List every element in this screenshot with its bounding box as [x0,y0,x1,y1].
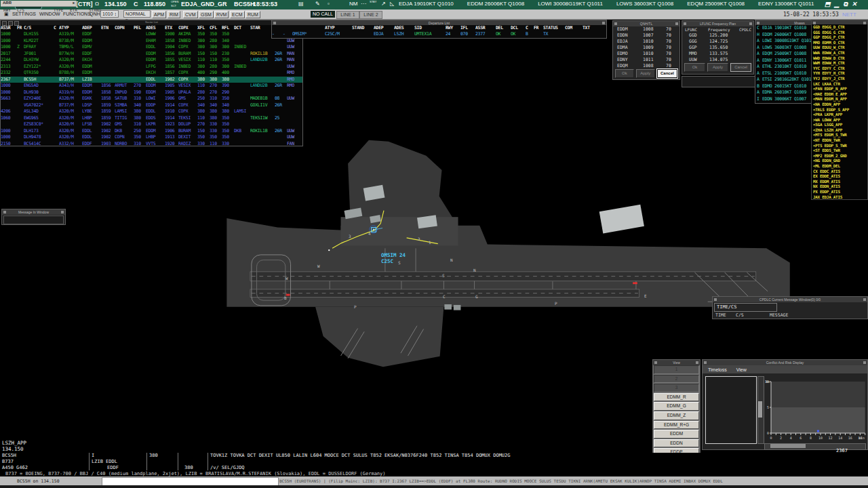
qnh-row[interactable]: EDNY101170 [613,57,679,63]
strip-row[interactable]: 1000DLH9478A320/MEDDL1902COPN350LHBP1913… [1,134,302,141]
view-button-edmm_r[interactable]: EDMM_R [654,393,699,402]
close-icon[interactable]: x [73,1,75,5]
lfunc-row[interactable]: GGP135.650 [682,45,753,51]
strip-row[interactable]: 1000KLM22TB738/MEDDMEHAM1858INBED3002803… [1,38,302,45]
apply-button[interactable]: Apply [636,69,655,78]
station-row[interactable]: <HAE EDDH_E_APP [812,92,867,97]
view-button-edmm_g[interactable]: EDMM_G [654,402,699,411]
station-row[interactable]: WWD EDWW_D_CTR [812,56,867,61]
station-row[interactable]: YYJ EDYY_J_CTR [812,76,867,81]
no-call-button[interactable]: NO CALL [311,11,335,18]
qnh-titlebar[interactable]: QNH/TL [613,21,679,26]
station-row[interactable]: <MP2 EDDM_2_GND [812,153,867,159]
title-bar[interactable]: ▦ VATSIM EDMM_Z_CTR [CTR] Ω 134.150 C 11… [0,0,868,10]
view-button-edmm_z[interactable]: EDMM_Z [654,411,699,420]
departure-row[interactable]: --OMSIM*C25C/MEDJALSZHUMTEX1A240702377OK… [272,31,606,37]
toggle-apm[interactable]: APM [152,11,166,18]
station-row[interactable]: <NT EDDN_TWR [812,138,867,143]
station-row[interactable]: <SGA LSGG_APP [812,122,867,127]
headset-icon[interactable]: Ω [95,1,99,7]
station-row[interactable]: <NA EDDN_APP [812,102,867,107]
station-row[interactable]: <PTS EDDP_S_TWR [812,143,867,148]
strip-row[interactable]: 1000DLH930A319/HEDDM1858INPUD190EDDM1905… [1,89,302,96]
qnh-row[interactable]: EDDN100770 [613,33,679,39]
strip-row[interactable]: VGA7022*B737/MLDSP1859SIMBA340EDDP1914CO… [1,102,302,109]
close-icon[interactable]: ✕ [852,1,857,8]
secondary-frequency[interactable]: 118.850 [144,1,165,7]
station-row[interactable]: GGP EDGG_P_CTR [812,35,867,40]
arrival-list-titlebar[interactable]: ARR x [1,1,77,7]
selected-callsign[interactable]: BCS5H [234,1,255,7]
apply-button[interactable]: Apply [707,63,728,72]
station-row[interactable]: <FAN EDDF_N_APP [812,86,867,92]
qnh-row[interactable]: EDMO101070 [613,51,679,57]
toggle-cvm[interactable]: CVM [183,11,198,18]
toggle-rvm[interactable]: RVM [214,11,229,18]
toggle-gsm[interactable]: GSM [199,11,214,18]
station-row[interactable]: CX EDDC_ATIS [812,169,867,174]
strip-row[interactable]: 2244DLH3YWA320/MEKCHEDDM1855VESIX1101103… [1,57,302,64]
dots-icon[interactable]: ⋯ [361,1,366,7]
station-row[interactable]: LKC LKAA_CTR [812,81,867,87]
qnh-row[interactable]: EDMA100970 [613,45,679,51]
view-button-1[interactable]: 1 [654,365,699,374]
menu-timeloss[interactable]: Timeloss [708,367,727,372]
square-icon[interactable]: ▫ [328,1,330,7]
station-row[interactable]: WWA EDWW_A_CTR [812,50,867,56]
station-row[interactable]: WWM EDWW_M_CTR [812,60,867,66]
view-button-edmm_r+g[interactable]: EDMM_R+G [654,421,699,430]
line1-button[interactable]: LINE 1 [336,11,359,19]
popout-icon[interactable]: ⬒ [825,1,831,8]
station-row[interactable]: <ML EDDM_DEL [812,163,867,169]
station-row[interactable]: >WA LOWW_APP [812,117,867,123]
station-row[interactable]: <MTS EDDM_S_TWR [812,132,867,138]
lfunc-row[interactable]: GGG124.725 [682,39,753,45]
view-button-eddn[interactable]: EDDN [654,439,699,448]
view-button-3[interactable]: 3 [654,384,699,392]
cpdlc-filter-field[interactable]: TIME/CS [714,303,777,312]
qnh-row[interactable]: EDDM100870 [613,26,679,33]
sector-list-title[interactable]: Sector List [1,20,302,25]
station-row[interactable]: YYC EDYY_C_CTR [812,66,867,71]
strip-row[interactable]: 2367BCS5HB737/MLZIBEDDL1902COPX380380380… [1,77,302,83]
strip-row[interactable]: 2332QTR350B788/HEDDMEKCH1857COPX40029040… [1,70,302,77]
freq-mode[interactable]: C [134,1,138,7]
strip-row[interactable]: 1000ENG5ADA343/HEDDM1856ARMUT270EDDM1905… [1,83,302,89]
lfunc-row[interactable]: MMO133.575 [682,51,753,57]
strip-row[interactable]: 2017JF001B77W/HEDDFEDDM1856BURAM15015023… [1,51,302,58]
nm-toggle[interactable]: NM [349,1,357,7]
stby-toggle[interactable]: STBY [370,0,376,4]
restore-icon[interactable]: ⧉ [843,1,847,8]
station-row[interactable]: NX EDDN_ATIS [812,184,867,189]
station-row[interactable]: JAX EDJA_ATIS [812,195,867,200]
slope-icon[interactable]: ◺ [390,1,394,7]
toggle-ecm[interactable]: ECM [230,11,245,18]
station-row[interactable]: <NG EDDN_GND [812,158,867,163]
station-row[interactable]: <MAN EDDM_N_APP [812,96,867,102]
station-row[interactable]: <PRA LKPR_APP [812,112,867,117]
aircraft-datablock[interactable]: OMSIM 24 C25C [381,252,406,264]
cancel-button[interactable]: Cancel [657,69,677,78]
departure-list-titlebar[interactable]: Departure List [272,20,606,25]
sector-list-filter-icons[interactable] [2,21,19,26]
line2-button[interactable]: LINE 2 [359,11,382,19]
station-row[interactable]: MMO EDMM_O_CTR [812,40,867,45]
strip-row[interactable]: 1000ZDFRAYTBM9/LEDMVEDDL1904COPX30030030… [1,44,302,51]
minimize-icon[interactable]: ▁ [835,1,840,8]
toggle-rim[interactable]: RIM [167,11,180,18]
strip-row[interactable]: 1060EWG965A320/MLHBP1859TITIG380EDDS1914… [1,115,302,122]
conflict-pair-list[interactable] [705,376,757,444]
lfunc-titlebar[interactable]: LFUNC Frequency Plan [682,21,753,26]
station-row[interactable]: UUW EDUU_W_CTR [812,45,867,50]
cancel-button[interactable]: Cancel [730,63,751,72]
strip-row[interactable]: 5663EZY240EA320/MEGKK1858SATUB310LOWI190… [1,96,302,102]
window-controls[interactable]: ⬒ ▁ ⧉ ✕ [825,1,856,8]
horizontal-scrollbar[interactable] [764,443,866,450]
strip-row[interactable]: 2313EZY122*A320/MEDDMLFPG1856INBED300280… [1,64,302,70]
menu-view[interactable]: View [736,367,747,372]
message-in-body[interactable] [3,216,64,224]
strip-row[interactable]: EZS83C0*A320/MLFSB1902GMS310LKPR1923DOLU… [1,121,302,128]
station-row[interactable]: <ST EDDS_TWR [812,148,867,153]
vector-icon[interactable]: ↗ [381,1,386,7]
qnh-row[interactable]: EDJA101070 [613,39,679,45]
